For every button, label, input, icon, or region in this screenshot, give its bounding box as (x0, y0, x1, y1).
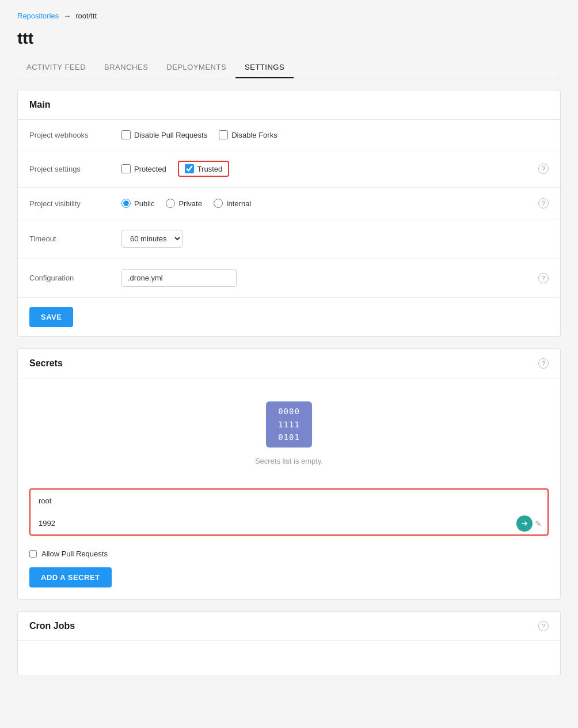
allow-pr-row: Allow Pull Requests (18, 545, 560, 567)
allow-pr-checkbox[interactable] (29, 550, 37, 558)
cron-jobs-body (18, 641, 560, 676)
visibility-help-icon[interactable]: ? (538, 198, 549, 208)
secrets-empty-text: Secrets list is empty. (29, 457, 549, 465)
edit-icon[interactable]: ✎ (535, 519, 542, 528)
tab-settings[interactable]: SETTINGS (235, 57, 294, 78)
project-settings-help-icon[interactable]: ? (538, 164, 549, 174)
timeout-controls: 60 minutes (121, 230, 549, 248)
allow-pr-label[interactable]: Allow Pull Requests (41, 549, 108, 558)
trusted-wrapper: Trusted (178, 161, 230, 177)
save-button[interactable]: SAVE (29, 307, 73, 327)
private-radio-label[interactable]: Private (166, 199, 201, 208)
save-actions: SAVE (18, 298, 560, 336)
project-settings-label: Project settings (29, 165, 121, 173)
project-settings-controls: Protected Trusted (121, 161, 538, 177)
cron-jobs-help-icon[interactable]: ? (538, 621, 549, 631)
secret-name-input[interactable] (31, 490, 547, 512)
breadcrumb: Repositories → root/ttt (17, 12, 561, 20)
project-settings-row: Project settings Protected Trusted ? (18, 150, 560, 188)
cron-jobs-header: Cron Jobs ? (18, 612, 560, 641)
main-card-body: Project webhooks Disable Pull Requests D… (18, 120, 560, 336)
cron-jobs-title: Cron Jobs (29, 621, 75, 631)
configuration-input[interactable] (121, 269, 237, 287)
configuration-row: Configuration ? (18, 259, 560, 298)
secret-value-input[interactable] (31, 512, 516, 534)
tab-activity-feed[interactable]: ACTIVITY FEED (17, 57, 95, 78)
configuration-help-icon[interactable]: ? (538, 273, 549, 283)
page-title: ttt (17, 29, 561, 48)
internal-radio-label[interactable]: Internal (214, 199, 251, 208)
timeout-row: Timeout 60 minutes (18, 219, 560, 259)
project-visibility-row: Project visibility Public Private (18, 188, 560, 219)
public-radio-label[interactable]: Public (121, 199, 154, 208)
secrets-card-body: 0000 1111 0101 Secrets list is empty. ✎ (18, 378, 560, 599)
secret-form: ✎ (29, 488, 549, 536)
secrets-binary-icon: 0000 1111 0101 (266, 401, 312, 448)
main-card-header: Main (18, 90, 560, 120)
webhooks-controls: Disable Pull Requests Disable Forks (121, 130, 549, 139)
add-secret-button[interactable]: ADD A SECRET (29, 567, 112, 587)
tabs-nav: ACTIVITY FEED BRANCHES DEPLOYMENTS SETTI… (17, 57, 561, 78)
disable-forks-label[interactable]: Disable Forks (219, 130, 277, 139)
secrets-card: Secrets ? 0000 1111 0101 Secrets list is… (17, 348, 561, 600)
protected-checkbox[interactable] (121, 164, 131, 173)
disable-pull-requests-checkbox[interactable] (121, 130, 131, 139)
disable-pull-requests-label[interactable]: Disable Pull Requests (121, 130, 207, 139)
project-visibility-label: Project visibility (29, 199, 121, 208)
breadcrumb-repositories[interactable]: Repositories (17, 12, 59, 20)
protected-label[interactable]: Protected (121, 164, 166, 173)
main-card-title: Main (29, 100, 50, 110)
breadcrumb-current: root/ttt (75, 12, 97, 20)
visibility-row-inner: Public Private Internal ? (121, 198, 549, 208)
secrets-help-icon[interactable]: ? (538, 358, 549, 369)
cron-jobs-card: Cron Jobs ? (17, 611, 561, 676)
secret-value-row: ✎ (31, 512, 547, 534)
secrets-card-header: Secrets ? (18, 349, 560, 378)
project-webhooks-row: Project webhooks Disable Pull Requests D… (18, 120, 560, 150)
main-card: Main Project webhooks Disable Pull Reque… (17, 90, 561, 337)
submit-arrow-icon (520, 520, 528, 528)
configuration-label: Configuration (29, 274, 121, 282)
internal-radio[interactable] (214, 199, 223, 208)
disable-forks-checkbox[interactable] (219, 130, 228, 139)
timeout-label: Timeout (29, 234, 121, 243)
breadcrumb-arrow: → (63, 12, 71, 20)
secrets-card-title: Secrets (29, 358, 63, 369)
timeout-select[interactable]: 60 minutes (121, 230, 182, 248)
add-secret-actions: ADD A SECRET (18, 567, 560, 599)
tab-branches[interactable]: BRANCHES (95, 57, 157, 78)
public-radio[interactable] (121, 199, 131, 208)
visibility-controls: Public Private Internal (121, 199, 538, 208)
configuration-row-inner: ? (121, 269, 549, 287)
secrets-empty-state: 0000 1111 0101 Secrets list is empty. (18, 378, 560, 488)
tab-deployments[interactable]: DEPLOYMENTS (157, 57, 235, 78)
trusted-checkbox[interactable] (185, 164, 194, 173)
webhooks-label: Project webhooks (29, 131, 121, 139)
secret-submit-button[interactable] (516, 515, 533, 532)
private-radio[interactable] (166, 199, 175, 208)
